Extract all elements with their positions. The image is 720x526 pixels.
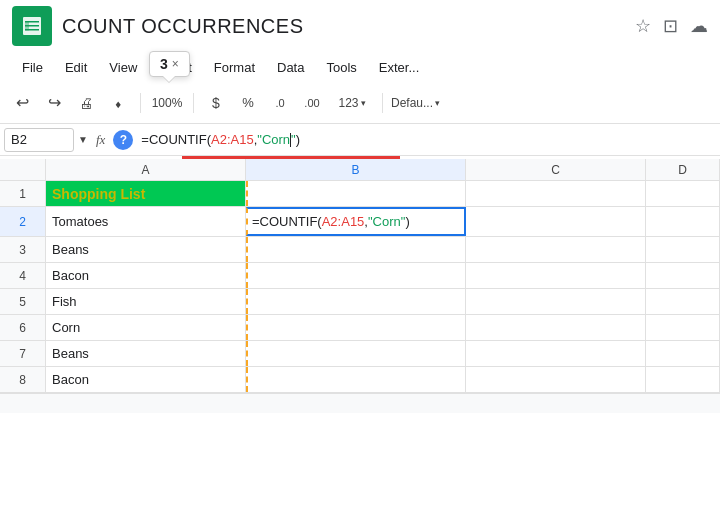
cell-d1[interactable] [646,181,720,206]
cell-a1[interactable]: Shopping List [46,181,246,206]
cell-b7[interactable] [246,341,466,366]
cell-c2[interactable] [466,207,646,236]
formula-func: COUNTIF [149,132,207,147]
formula-input[interactable]: =COUNTIF(A2:A15, "Corn") [137,132,716,147]
title-bar: COUNT OCCURRENCES ☆ ⊡ ☁ [0,0,720,52]
cell-b1[interactable] [246,181,466,206]
percent-button[interactable]: % [234,89,262,117]
formula-range: A2:A15 [211,132,254,147]
formula-display-b2: =COUNTIF(A2:A15, "Corn") [252,214,410,229]
title-icons: ☆ ⊡ ☁ [635,15,708,37]
row-num-8: 8 [0,367,46,392]
table-row: 6 Corn [0,315,720,341]
cell-b5[interactable] [246,289,466,314]
menu-bar: File Edit View Insert Format Data Tools … [0,52,720,82]
cell-b2[interactable]: =COUNTIF(A2:A15, "Corn") [246,207,466,236]
menu-data[interactable]: Data [267,56,314,79]
cell-d8[interactable] [646,367,720,392]
row-num-header-corner [0,159,46,180]
cell-d7[interactable] [646,341,720,366]
menu-extensions[interactable]: Exter... [369,56,429,79]
spreadsheet: A B C D 1 Shopping List 2 Tomatoes =COUN… [0,159,720,393]
col-header-c[interactable]: C [466,159,646,180]
tooltip-bubble: 3 × [149,51,190,77]
cell-d4[interactable] [646,263,720,288]
star-icon[interactable]: ☆ [635,15,651,37]
row-num-3: 3 [0,237,46,262]
cell-a7[interactable]: Beans [46,341,246,366]
formula-help-button[interactable]: ? [113,130,133,150]
table-row: 7 Beans [0,341,720,367]
toolbar: ↩ ↪ 🖨 ⬧ 3 × 100% $ % .0 .00 123 ▾ Defau.… [0,82,720,124]
print-button[interactable]: 🖨 [72,89,100,117]
menu-file[interactable]: File [12,56,53,79]
row-num-1: 1 [0,181,46,206]
cell-c7[interactable] [466,341,646,366]
cell-b6[interactable] [246,315,466,340]
cell-d2[interactable] [646,207,720,236]
row-num-4: 4 [0,263,46,288]
cell-a2[interactable]: Tomatoes [46,207,246,236]
menu-format[interactable]: Format [204,56,265,79]
cell-d5[interactable] [646,289,720,314]
row-num-7: 7 [0,341,46,366]
cell-ref-dropdown[interactable]: ▼ [78,134,88,145]
cell-c1[interactable] [466,181,646,206]
toolbar-divider-1 [140,93,141,113]
fx-label: fx [92,132,109,148]
cell-c4[interactable] [466,263,646,288]
formula-bar: B2 ▼ fx ? =COUNTIF(A2:A15, "Corn") [0,124,720,156]
table-row: 5 Fish [0,289,720,315]
cell-c6[interactable] [466,315,646,340]
font-select[interactable]: Defau... ▾ [391,89,461,117]
undo-button[interactable]: ↩ [8,89,36,117]
formula-equals: = [141,132,149,147]
cell-a6[interactable]: Corn [46,315,246,340]
formula-string: "Corn [257,132,290,147]
cell-c5[interactable] [466,289,646,314]
cell-b4[interactable] [246,263,466,288]
cell-d6[interactable] [646,315,720,340]
paint-format-button[interactable]: ⬧ [104,89,132,117]
font-arrow: ▾ [435,98,440,108]
number-format-arrow: ▾ [361,98,366,108]
redo-button[interactable]: ↪ [40,89,68,117]
table-row: 3 Beans [0,237,720,263]
number-format-button[interactable]: 123 ▾ [330,89,374,117]
app-icon [12,6,52,46]
table-row: 1 Shopping List [0,181,720,207]
cloud-icon: ☁ [690,15,708,37]
currency-button[interactable]: $ [202,89,230,117]
tooltip-count: 3 [160,56,168,72]
row-num-5: 5 [0,289,46,314]
bottom-bar [0,393,720,413]
cell-a8[interactable]: Bacon [46,367,246,392]
decimal-more-button[interactable]: .00 [298,89,326,117]
toolbar-divider-2 [193,93,194,113]
cell-c8[interactable] [466,367,646,392]
table-row: 4 Bacon [0,263,720,289]
toolbar-divider-3 [382,93,383,113]
cell-a3[interactable]: Beans [46,237,246,262]
cell-reference-box[interactable]: B2 [4,128,74,152]
cell-b3[interactable] [246,237,466,262]
folder-icon[interactable]: ⊡ [663,15,678,37]
col-header-d[interactable]: D [646,159,720,180]
col-header-b[interactable]: B [246,159,466,180]
menu-tools[interactable]: Tools [316,56,366,79]
zoom-button[interactable]: 100% [149,89,185,117]
menu-view[interactable]: View [99,56,147,79]
decimal-less-button[interactable]: .0 [266,89,294,117]
cell-b8[interactable] [246,367,466,392]
col-header-a[interactable]: A [46,159,246,180]
svg-rect-4 [25,21,29,31]
cell-c3[interactable] [466,237,646,262]
cell-a4[interactable]: Bacon [46,263,246,288]
table-row: 8 Bacon [0,367,720,393]
cell-d3[interactable] [646,237,720,262]
row-num-2: 2 [0,207,46,236]
cell-a5[interactable]: Fish [46,289,246,314]
tooltip-x: × [172,57,179,71]
menu-edit[interactable]: Edit [55,56,97,79]
column-headers: A B C D [0,159,720,181]
